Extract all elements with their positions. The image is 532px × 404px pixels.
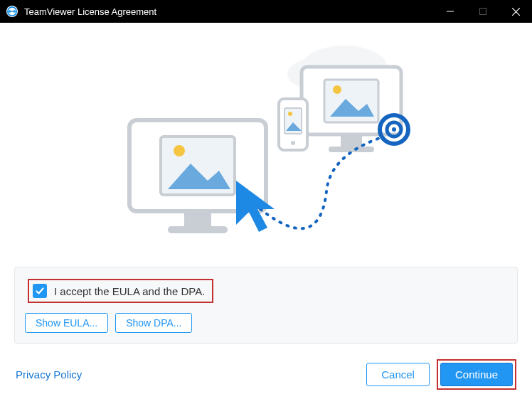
window-title: TeamViewer License Agreement	[24, 6, 434, 17]
svg-point-16	[392, 127, 396, 132]
illustration	[14, 37, 518, 267]
svg-rect-25	[168, 226, 228, 233]
svg-point-11	[333, 85, 341, 94]
svg-point-20	[291, 141, 295, 145]
accept-checkbox-row: I accept the EULA and the DPA.	[25, 276, 507, 306]
show-dpa-button[interactable]: Show DPA...	[115, 313, 192, 333]
minimize-button[interactable]	[434, 0, 467, 23]
svg-rect-4	[480, 9, 486, 15]
show-eula-button[interactable]: Show EULA...	[25, 313, 108, 333]
window-controls	[434, 0, 532, 23]
privacy-policy-link[interactable]: Privacy Policy	[16, 368, 82, 381]
titlebar: TeamViewer License Agreement	[0, 0, 532, 23]
teamviewer-icon	[6, 5, 18, 18]
highlight-annotation: Continue	[437, 359, 516, 390]
highlight-annotation: I accept the EULA and the DPA.	[28, 279, 213, 303]
action-buttons: Cancel Continue	[366, 359, 516, 390]
svg-rect-13	[329, 147, 374, 152]
content-area: I accept the EULA and the DPA. Show EULA…	[0, 23, 532, 404]
svg-rect-12	[341, 134, 362, 147]
svg-point-19	[288, 112, 292, 116]
accept-checkbox-label: I accept the EULA and the DPA.	[54, 285, 205, 297]
svg-point-23	[174, 145, 185, 156]
show-buttons-row: Show EULA... Show DPA...	[25, 313, 507, 333]
close-button[interactable]	[499, 0, 532, 23]
footer-row: Privacy Policy Cancel Continue	[14, 359, 518, 390]
agreement-panel: I accept the EULA and the DPA. Show EULA…	[14, 267, 518, 344]
maximize-button	[467, 0, 499, 23]
accept-checkbox[interactable]	[33, 284, 47, 298]
svg-rect-24	[184, 211, 211, 227]
cancel-button[interactable]: Cancel	[366, 363, 430, 386]
continue-button[interactable]: Continue	[440, 363, 513, 386]
